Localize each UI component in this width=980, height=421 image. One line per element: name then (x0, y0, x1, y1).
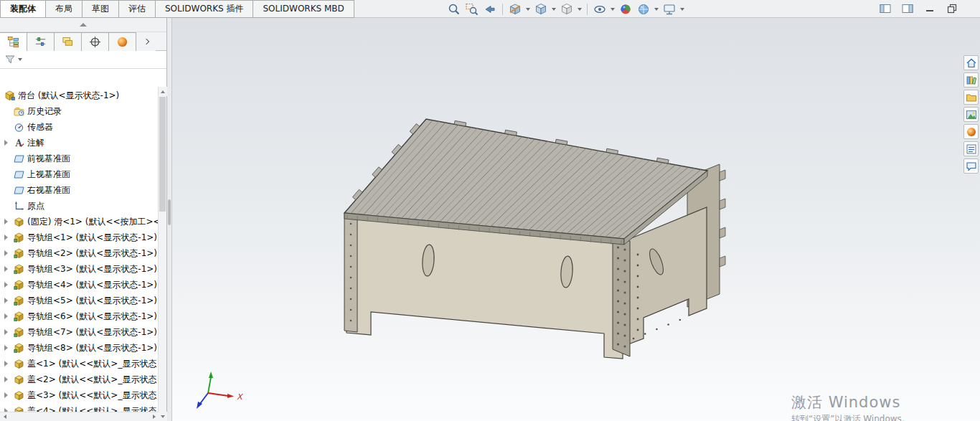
tab-solidworks-mbd[interactable]: SOLIDWORKS MBD (253, 0, 354, 18)
subassembly-icon (13, 247, 24, 259)
scroll-thumb[interactable] (159, 97, 166, 212)
expand-taskpane-button[interactable] (901, 3, 914, 14)
previous-view-button[interactable] (482, 1, 498, 17)
tree-item[interactable]: 右视基准面 (0, 182, 158, 198)
part-icon (13, 374, 24, 385)
tree-item[interactable]: 盖<1> (默认<<默认>_显示状态 (0, 356, 158, 372)
tree-vertical-scrollbar[interactable] (158, 87, 166, 421)
tree-item[interactable]: 传感器 (0, 119, 158, 135)
tree-item-label: 导轨组<2> (默认<显示状态-1>) (27, 247, 157, 260)
display-style-button[interactable] (559, 1, 575, 17)
splitter-grip[interactable] (168, 199, 171, 225)
tab-displaymanager[interactable] (109, 32, 136, 51)
tree-item[interactable]: 历史记录 (0, 103, 158, 119)
tab-dimxpertmanager[interactable] (82, 32, 109, 51)
minimize-button[interactable] (923, 3, 936, 14)
dropdown-caret-icon[interactable] (654, 8, 659, 11)
tree-item[interactable]: 盖<4> (默认<<默认>_显示状态 (0, 403, 158, 412)
tree-item[interactable]: 导轨组<4> (默认<显示状态-1>) (0, 277, 158, 293)
hide-show-items-button[interactable] (592, 1, 608, 17)
dropdown-caret-icon[interactable] (552, 8, 556, 11)
expand-arrow-icon[interactable] (4, 313, 13, 319)
comments-button[interactable] (963, 159, 979, 174)
tree-item[interactable]: A注解 (0, 135, 158, 151)
appearances-icon (966, 126, 977, 138)
collapse-taskpane-button[interactable] (879, 3, 892, 14)
tree-item-label: 原点 (27, 200, 44, 212)
tab-propertymanager[interactable] (27, 32, 55, 51)
tab-assembly[interactable]: 装配体 (0, 0, 46, 18)
zoom-area-button[interactable] (464, 1, 480, 17)
tree-item[interactable]: 导轨组<2> (默认<显示状态-1>) (0, 245, 158, 261)
model-3d-view[interactable] (172, 18, 980, 421)
file-explorer-button[interactable] (963, 90, 979, 105)
view-palette-button[interactable] (963, 107, 979, 122)
appearances-button[interactable] (963, 124, 979, 139)
dropdown-caret-icon[interactable] (526, 8, 530, 11)
subassembly-icon (13, 342, 24, 354)
dropdown-caret-icon[interactable] (611, 8, 615, 11)
zoom-fit-button[interactable] (446, 1, 462, 17)
filter-button[interactable] (4, 54, 23, 65)
tree-item-label: 盖<2> (默认<<默认>_显示状态 (27, 374, 156, 386)
expand-arrow-icon[interactable] (4, 392, 13, 398)
watermark-title: 激活 Windows (791, 394, 910, 411)
plane-icon (13, 184, 24, 196)
view-settings-button[interactable] (661, 1, 677, 17)
section-view-button[interactable] (507, 1, 523, 17)
tab-evaluate[interactable]: 评估 (119, 0, 156, 18)
expand-arrow-icon[interactable] (4, 345, 13, 351)
expand-arrow-icon[interactable] (4, 282, 13, 288)
expand-arrow-icon[interactable] (4, 298, 13, 303)
apply-scene-button[interactable] (636, 1, 651, 17)
scroll-up-arrow[interactable] (159, 87, 167, 96)
design-library-button[interactable] (963, 72, 979, 87)
restore-window-button[interactable] (946, 3, 958, 14)
scroll-down-arrow[interactable] (159, 412, 167, 421)
panel-expand-arrow[interactable] (136, 32, 156, 51)
dropdown-caret-icon[interactable] (680, 8, 684, 11)
tree-item[interactable]: 导轨组<5> (默认<显示状态-1>) (0, 293, 158, 308)
expand-arrow-icon[interactable] (4, 329, 13, 335)
tree-item[interactable]: 导轨组<8> (默认<显示状态-1>) (0, 340, 158, 356)
expand-arrow-icon[interactable] (4, 140, 13, 146)
tab-layout[interactable]: 布局 (46, 0, 83, 18)
tree-horizontal-scrollbar[interactable] (0, 412, 159, 421)
home-button[interactable] (963, 55, 979, 70)
tab-solidworks-addins[interactable]: SOLIDWORKS 插件 (156, 0, 253, 18)
expand-arrow-icon[interactable] (4, 266, 13, 272)
tree-item[interactable]: 前视基准面 (0, 151, 158, 166)
scroll-right-arrow[interactable] (149, 412, 159, 421)
custom-properties-button[interactable] (963, 141, 979, 156)
tree-item[interactable]: 原点 (0, 198, 158, 214)
subassembly-icon (13, 263, 24, 275)
tab-configurationmanager[interactable] (55, 32, 82, 51)
tree-item[interactable]: 导轨组<7> (默认<显示状态-1>) (0, 324, 158, 340)
expand-arrow-icon[interactable] (4, 361, 13, 366)
expand-taskpane-icon (902, 4, 913, 14)
tree-item[interactable]: 导轨组<1> (默认<显示状态-1>) (0, 230, 158, 245)
scroll-left-arrow[interactable] (0, 412, 9, 421)
expand-arrow-icon[interactable] (4, 250, 13, 256)
tree-item[interactable]: 导轨组<6> (默认<显示状态-1>) (0, 308, 158, 324)
tree-item[interactable]: 上视基准面 (0, 166, 158, 182)
dropdown-caret-icon[interactable] (578, 8, 582, 11)
tab-sketch[interactable]: 草图 (83, 0, 119, 18)
tab-featuremanager[interactable] (0, 32, 27, 51)
view-orientation-button[interactable] (533, 1, 549, 17)
expand-arrow-icon[interactable] (4, 235, 13, 240)
graphics-viewport[interactable]: X 激活 Windows 转到“设置”以激活 Windows。 (172, 18, 980, 421)
tree-item[interactable]: 盖<2> (默认<<默认>_显示状态 (0, 372, 158, 387)
tree-item[interactable]: (固定) 滑<1> (默认<<按加工>< < (0, 214, 158, 230)
edit-appearance-button[interactable] (618, 1, 633, 17)
orientation-triad: X (192, 364, 250, 416)
tree-item-label: 盖<3> (默认<<默认>_显示状态 (27, 389, 156, 402)
expand-arrow-icon[interactable] (4, 219, 13, 224)
tree-item[interactable]: 滑台 (默认<显示状态-1>) (0, 87, 158, 103)
tree-item[interactable]: 盖<3> (默认<<默认>_显示状态 (0, 387, 158, 403)
panel-splitter[interactable] (167, 18, 172, 421)
ribbon-collapse-arrow-icon[interactable] (80, 23, 87, 27)
tree-item-label: 右视基准面 (27, 184, 70, 197)
tree-item[interactable]: 导轨组<3> (默认<显示状态-1>) (0, 261, 158, 277)
expand-arrow-icon[interactable] (4, 377, 13, 382)
